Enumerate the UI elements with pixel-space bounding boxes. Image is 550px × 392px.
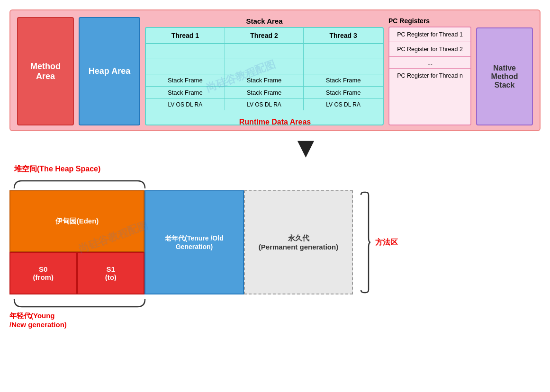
stack-area-label: Stack Area (145, 17, 384, 25)
right-brace-svg (359, 190, 372, 294)
stack-empty-row-2 (146, 59, 383, 74)
pc-row-thread2: PC Register for Thread 2 (389, 42, 470, 57)
pc-dots: ... (389, 57, 470, 69)
native-method-stack-box: Native Method Stack (476, 27, 533, 125)
heap-bottom-container: 尚硅谷教程配图 伊甸园(Eden) S0 (from) S1 (to) 老年代(… (9, 190, 541, 294)
s1-box: S1 (to) (77, 252, 145, 294)
pc-registers-grid: PC Register for Thread 1 PC Register for… (388, 27, 471, 125)
stack-frame-1-2: Stack Frame (225, 74, 304, 86)
lv-row: LV OS DL RA LV OS DL RA LV OS DL RA (146, 99, 383, 110)
heap-boxes: 尚硅谷教程配图 伊甸园(Eden) S0 (from) S1 (to) 老年代(… (9, 190, 355, 294)
stack-section: Stack Area 尚硅谷教程配图 Thread 1 Thread 2 Thr… (145, 17, 384, 125)
stack-frame-1-3: Stack Frame (304, 74, 383, 86)
pc-row-thread1: PC Register for Thread 1 (389, 27, 470, 42)
stack-grid: 尚硅谷教程配图 Thread 1 Thread 2 Thread 3 Stack (145, 27, 384, 125)
method-area: Method Area (17, 17, 74, 125)
down-arrow-icon: ▼ (292, 134, 320, 162)
stack-frame-row-2: Stack Frame Stack Frame Stack Frame (146, 87, 383, 99)
pc-registers-section: PC Registers PC Register for Thread 1 PC… (388, 17, 471, 125)
pc-row-threadn: PC Register for Thread n (389, 69, 470, 83)
lv-cell-2: LV OS DL RA (225, 99, 304, 110)
old-gen-box: 老年代(Tenure /Old Generation) (144, 190, 244, 294)
lv-cell-1: LV OS DL RA (146, 99, 225, 110)
fangfa-brace-section: 方法区 (359, 190, 398, 294)
bottom-brace-svg (9, 297, 149, 309)
stack-frame-2-1: Stack Frame (146, 87, 225, 98)
eden-box: 伊甸园(Eden) (9, 190, 144, 252)
stack-frame-2-3: Stack Frame (304, 87, 383, 98)
stack-frame-2-2: Stack Frame (225, 87, 304, 98)
thread-1-header: Thread 1 (146, 28, 225, 43)
top-brace-svg (9, 179, 149, 190)
heap-space-label: 堆空间(The Heap Space) (14, 164, 541, 174)
new-gen-col: 伊甸园(Eden) S0 (from) S1 (to) (9, 190, 144, 294)
runtime-data-areas-label: Runtime Data Areas (239, 118, 311, 126)
stack-empty-row-1 (146, 44, 383, 59)
arrow-down: ▼ (71, 131, 541, 164)
stack-frame-1-1: Stack Frame (146, 74, 225, 86)
runtime-data-areas: Method Area Heap Area Stack Area 尚硅谷教程配图… (9, 9, 541, 131)
native-method-stack-section: Native Method Stack (476, 17, 533, 125)
pc-registers-label: PC Registers (388, 17, 471, 25)
thread-2-header: Thread 2 (225, 28, 304, 43)
s0s1-row: S0 (from) S1 (to) (9, 252, 144, 294)
s0-box: S0 (from) (9, 252, 77, 294)
thread-headers-row: Thread 1 Thread 2 Thread 3 (146, 28, 383, 44)
fangfa-label: 方法区 (375, 238, 398, 248)
young-gen-label: 年轻代(Young /New generation) (9, 312, 67, 329)
lv-cell-3: LV OS DL RA (304, 99, 383, 110)
thread-3-header: Thread 3 (304, 28, 383, 43)
heap-area: Heap Area (79, 17, 140, 125)
perm-gen-box: 永久代 (Permanent generation) (244, 190, 353, 294)
stack-frame-row-1: Stack Frame Stack Frame Stack Frame (146, 74, 383, 87)
